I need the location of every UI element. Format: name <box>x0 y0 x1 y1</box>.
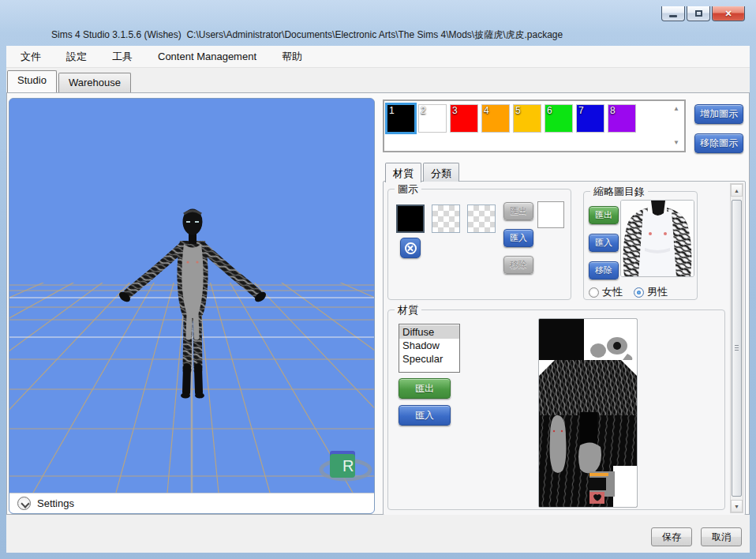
x-circle-icon <box>405 242 417 254</box>
clear-icon-button[interactable] <box>400 238 421 258</box>
swatch-7[interactable]: 7 <box>576 104 604 133</box>
scrollbar-track[interactable] <box>731 197 743 500</box>
maximize-button[interactable] <box>687 6 710 21</box>
material-groupbox: 材質 Diffuse Shadow Specular 匯出 匯入 <box>387 310 725 510</box>
panel-tabstrip: 材質 分類 <box>385 163 461 182</box>
window-title: Sims 4 Studio 3.1.5.6 (Wishes) C:\Users\… <box>51 28 563 42</box>
swatch-6[interactable]: 6 <box>545 104 573 133</box>
scrollbar-up-button[interactable]: ▲ <box>731 184 743 197</box>
swatch-2[interactable]: 2 <box>418 104 447 133</box>
remove-swatch-button[interactable]: 移除圖示 <box>694 133 743 153</box>
icon-swatch-transparent-2[interactable] <box>467 204 496 233</box>
add-swatch-button[interactable]: 增加圖示 <box>694 104 743 124</box>
material-group-title: 材質 <box>395 303 421 317</box>
menu-settings[interactable]: 設定 <box>63 47 90 66</box>
scroll-down-icon[interactable]: ▼ <box>673 140 679 146</box>
close-icon: ✕ <box>724 9 732 19</box>
tab-studio[interactable]: Studio <box>7 70 57 92</box>
swatch-1[interactable]: 1 <box>387 104 415 133</box>
caption-buttons: ✕ <box>661 6 745 21</box>
swatch-3[interactable]: 3 <box>450 104 478 133</box>
reset-view-badge: R <box>321 451 370 479</box>
material-import-button[interactable]: 匯入 <box>399 405 451 426</box>
menu-bar: 文件 設定 工具 Content Management 帮助 <box>6 46 750 68</box>
client-area: 文件 設定 工具 Content Management 帮助 Studio Wa… <box>6 46 750 553</box>
icon-groupbox: 圖示 匯出 匯入 移除 <box>387 189 571 300</box>
menu-content-management[interactable]: Content Management <box>155 48 260 65</box>
minimize-icon <box>669 15 677 17</box>
svg-text:R: R <box>342 457 354 475</box>
cancel-button[interactable]: 取消 <box>701 527 742 546</box>
male-radio[interactable]: 男性 <box>634 285 668 299</box>
scroll-up-icon[interactable]: ▲ <box>673 106 679 112</box>
icon-swatch-white[interactable] <box>537 201 564 228</box>
model-scene: R <box>9 99 374 493</box>
tab-material[interactable]: 材質 <box>385 163 421 182</box>
menu-tools[interactable]: 工具 <box>109 47 136 66</box>
close-button[interactable]: ✕ <box>712 6 745 21</box>
gender-radios: 女性 男性 <box>589 285 668 299</box>
thumbnail-import-button[interactable]: 匯入 <box>589 234 619 252</box>
main-tabstrip: Studio Warehouse <box>6 68 750 92</box>
icon-export-button[interactable]: 匯出 <box>503 202 533 220</box>
swatch-list: 1 2 3 4 5 6 7 8 ▲ ▼ <box>383 99 686 152</box>
menu-file[interactable]: 文件 <box>17 47 44 66</box>
icon-import-button[interactable]: 匯入 <box>503 229 533 247</box>
chevron-down-icon <box>17 497 31 510</box>
channel-diffuse[interactable]: Diffuse <box>399 325 459 339</box>
settings-bar[interactable]: Settings <box>9 493 374 513</box>
channel-shadow[interactable]: Shadow <box>399 339 459 352</box>
swatch-8[interactable]: 8 <box>608 104 636 133</box>
thumbnail-remove-button[interactable]: 移除 <box>589 261 619 280</box>
app-window: ✕ Sims 4 Studio 3.1.5.6 (Wishes) C:\User… <box>0 0 756 559</box>
material-export-button[interactable]: 匯出 <box>399 378 451 399</box>
icon-swatch-black[interactable] <box>396 204 425 233</box>
footer-bar: 保存 取消 <box>6 515 750 553</box>
menu-help[interactable]: 帮助 <box>279 47 305 66</box>
male-radio-dot <box>634 287 644 298</box>
thumbnail-groupbox: 縮略圖目錄 匯出 匯入 移除 <box>583 191 698 300</box>
female-label: 女性 <box>602 285 623 299</box>
male-label: 男性 <box>647 285 668 299</box>
swatch-4[interactable]: 4 <box>481 104 510 133</box>
icon-remove-button[interactable]: 移除 <box>503 256 533 274</box>
channel-listbox: Diffuse Shadow Specular <box>399 324 460 373</box>
thumbnail-export-button[interactable]: 匯出 <box>589 206 619 224</box>
material-tab-panel: 圖示 匯出 匯入 移除 縮略圖目錄 匯出 匯入 移除 <box>383 181 746 516</box>
female-radio-dot <box>589 287 599 298</box>
female-radio[interactable]: 女性 <box>589 285 623 299</box>
icon-swatch-transparent-1[interactable] <box>432 204 460 233</box>
texture-preview <box>538 318 638 508</box>
tab-category[interactable]: 分類 <box>423 163 459 182</box>
scrollbar-thumb[interactable] <box>732 200 742 497</box>
channel-specular[interactable]: Specular <box>399 352 459 366</box>
content-box: R Settings 1 2 3 4 5 6 7 8 ▲ <box>6 92 750 515</box>
swatch-scroll: ▲ ▼ <box>671 101 682 151</box>
thumbnail-image <box>620 200 694 277</box>
maximize-icon <box>695 10 702 17</box>
scrollbar-grip <box>735 345 739 352</box>
thumbnail-group-title: 縮略圖目錄 <box>590 185 648 199</box>
tab-warehouse[interactable]: Warehouse <box>58 73 131 92</box>
save-button[interactable]: 保存 <box>651 527 692 546</box>
icon-group-title: 圖示 <box>395 182 421 197</box>
scrollbar-down-button[interactable]: ▼ <box>731 500 743 512</box>
minimize-button[interactable] <box>661 6 685 21</box>
settings-label: Settings <box>37 497 74 509</box>
panel-scrollbar[interactable]: ▲ ▼ <box>730 183 743 513</box>
model-viewport[interactable]: R Settings <box>9 98 375 514</box>
swatch-5[interactable]: 5 <box>513 104 541 133</box>
